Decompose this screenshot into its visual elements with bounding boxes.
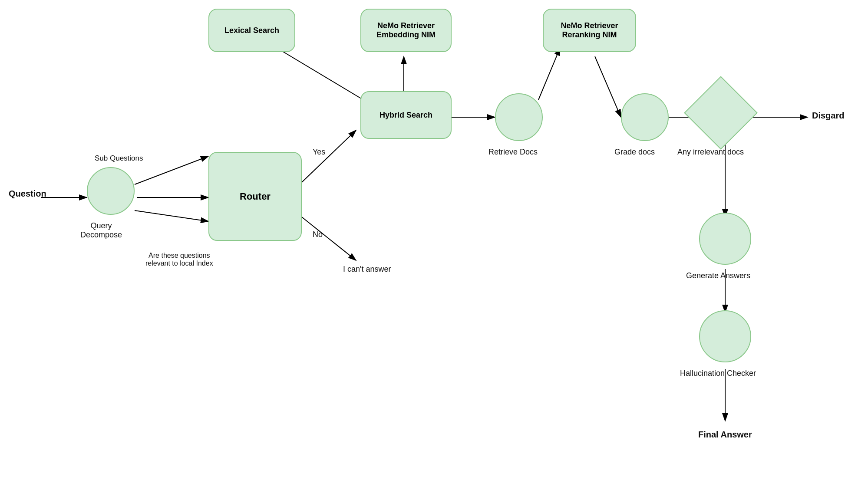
svg-line-4 [135, 210, 208, 221]
generate-answers-label: Generate Answers [686, 271, 750, 280]
hybrid-search-node: Hybrid Search [360, 91, 452, 139]
nemo-embedding-label: NeMo Retriever Embedding NIM [376, 21, 436, 39]
svg-line-10 [538, 48, 560, 100]
lexical-search-label: Lexical Search [224, 26, 279, 35]
lexical-search-node: Lexical Search [208, 9, 295, 52]
final-answer-label: Final Answer [698, 430, 752, 440]
sub-questions-label: Sub Questions [95, 154, 143, 163]
grade-docs-circle [621, 93, 669, 141]
generate-answers-circle [699, 213, 751, 265]
icant-answer-label: I can't answer [343, 265, 391, 274]
hallucination-checker-label: Hallucination Checker [680, 369, 756, 378]
svg-line-11 [595, 56, 621, 117]
router-question-label: Are these questions relevant to local In… [145, 252, 213, 267]
discard-label: Disgard [812, 111, 844, 121]
router-label: Router [240, 191, 271, 202]
router-node: Router [208, 152, 302, 241]
yes-label: Yes [313, 148, 325, 157]
nemo-reranking-node: NeMo Retriever Reranking NIM [543, 9, 636, 52]
query-decompose-label: Query Decompose [80, 221, 122, 240]
irrelevant-diamond [684, 76, 758, 150]
question-label: Question [9, 189, 46, 199]
any-irrelevant-label: Any irrelevant docs [677, 148, 744, 157]
svg-line-6 [302, 217, 356, 260]
hallucination-checker-circle [699, 310, 751, 362]
query-decompose-circle [87, 167, 135, 215]
diagram-container: Question Sub Questions Query Decompose R… [0, 0, 868, 480]
grade-docs-label: Grade docs [614, 148, 655, 157]
svg-line-2 [135, 156, 208, 184]
retrieve-docs-circle [495, 93, 543, 141]
retrieve-docs-label: Retrieve Docs [488, 148, 538, 157]
no-label: No [313, 230, 323, 239]
svg-line-5 [302, 130, 356, 182]
nemo-reranking-label: NeMo Retriever Reranking NIM [561, 21, 618, 39]
hybrid-search-label: Hybrid Search [380, 111, 432, 120]
nemo-embedding-node: NeMo Retriever Embedding NIM [360, 9, 452, 52]
